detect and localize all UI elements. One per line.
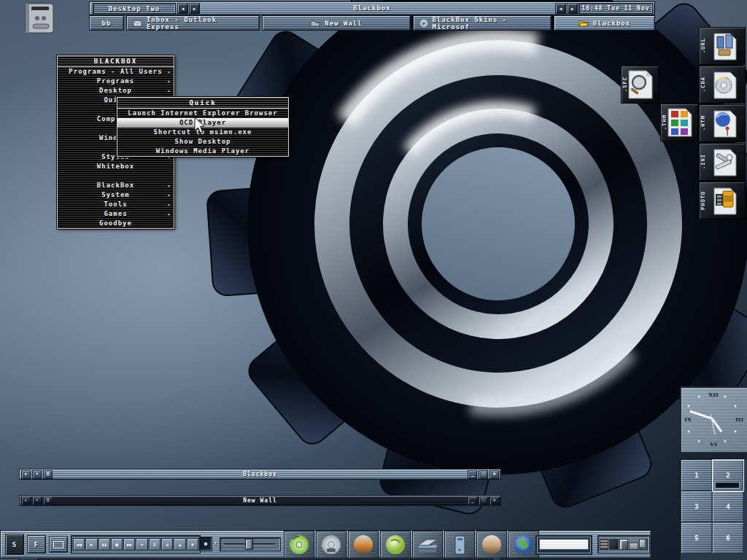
workspace-pager: 1 2 3 4 5 6 [679,458,747,560]
slider-thumb[interactable] [245,539,253,550]
playlist-button[interactable]: ≡ [149,538,160,551]
menu-item-show-desktop[interactable]: Show Desktop [117,137,288,147]
ie-icon: e [419,19,428,28]
dock-icon-photo[interactable]: PHOTO [699,182,746,219]
clock-next-arrow-icon[interactable]: ▶ [567,3,578,14]
lcd-display-frame [535,535,592,555]
display-tray-icon[interactable] [609,539,618,550]
window-title: Blackbox [243,471,277,478]
taskbar-button-bb-skins[interactable]: e BlackBox Skins - Microsof [413,15,551,31]
pause-button[interactable]: ▮▮ [98,538,110,551]
top-toolbar: Desktop Two ◀ ▶ Blackbox ◀ ▶ 16:48 Tue 1… [89,1,655,15]
taskbar-button-new-wall[interactable]: New Wall [262,15,411,31]
play-button[interactable]: ▶ [85,538,97,551]
sfc-file-icon[interactable]: .SFC [621,66,659,104]
numeral-iii: III [735,416,743,423]
maximize-button[interactable]: □ [479,470,488,479]
menu-item-tools[interactable]: Tools▸ [58,200,174,209]
gear-wallpaper-image [196,0,747,519]
film-canister-icon [708,185,740,216]
magnifier-icon [627,69,654,100]
style-menu-button[interactable]: S [5,534,24,555]
qcd-player-icon[interactable] [284,531,314,559]
pager-cell-3[interactable]: 3 [681,491,712,522]
pager-cell-1[interactable]: 1 [681,460,712,491]
menu-item-programs[interactable]: Programs▸ [58,77,174,86]
f-button[interactable]: F [27,535,46,553]
dock-icon-url[interactable]: .URL [699,27,746,65]
window-mode-button[interactable] [49,536,68,553]
my-computer-drive-icon[interactable] [20,2,58,34]
clock-display: 16:48 Tue 11 Nov [578,3,653,14]
tools-wrench-icon [708,147,740,177]
audio-cd-icon[interactable] [316,531,347,559]
lcd-display [539,539,589,550]
pager-cell-2-active[interactable]: 2 [713,460,743,491]
menu-item-system[interactable]: System▸ [58,190,174,200]
volume-down-button[interactable]: ▼ [187,538,198,551]
record-button[interactable]: ◎ [161,538,173,551]
maximize-button[interactable]: □ [479,497,488,505]
close-button[interactable]: × [489,470,499,479]
taskbar-button-bb[interactable]: bb [89,15,124,31]
folder-icon [310,19,320,27]
network-tray-icon[interactable] [639,539,648,550]
quick-submenu-title: Quick [117,98,288,109]
numeral-vi: VI [709,440,717,448]
window-rect-icon [53,541,63,548]
menu-item-whitebox[interactable]: Whitebox [58,162,174,171]
system-tray [597,535,650,553]
eject-button[interactable]: × [136,538,147,551]
minimize-button[interactable]: _ [468,470,477,479]
camera-tray-icon[interactable] [619,539,628,550]
theme-palette-file-icon[interactable]: .THM [660,104,698,141]
taskbar: bb Inbox - Outlook Express New Wall e Bl… [89,15,655,32]
root-menu-title: BLACKBOX [58,56,174,67]
taskbar-button-inbox[interactable]: Inbox - Outlook Express [126,15,260,31]
dock-icon-htm[interactable]: .HTM [699,104,746,142]
pager-cell-6[interactable]: 6 [713,523,743,553]
clock-widget[interactable]: XII III VI IX [680,386,747,454]
pager-window-thumb[interactable] [715,482,740,489]
file-dock: .URL .CDA .HTM .INI PHOTO [699,27,746,219]
bottom-toolbar: S F ◀◀ ▶ ▮▮ ■ ▶▶ × ≡ ◎ ▲ ▼ › [0,530,651,559]
volume-slider[interactable] [220,537,281,551]
menu-item-wmp[interactable]: Windows Media Player [117,147,288,156]
sand-sphere-icon[interactable] [476,531,507,559]
menu-item-goodbye[interactable]: Goodbye [58,219,174,228]
volume-up-button[interactable]: ▲ [174,538,185,551]
app-launcher-row [284,531,539,558]
ramp-tray-icon[interactable] [629,542,638,550]
menu-item-games[interactable]: Games▸ [58,209,174,219]
clock-prev-arrow-icon[interactable]: ◀ [555,3,566,14]
green-orb-icon[interactable] [380,531,411,559]
stop-button[interactable]: ■ [111,538,123,551]
numeral-ix: IX [684,416,692,423]
shaded-window-new-wall-titlebar[interactable]: ▸ ▾ ≡ New Wall _ □ × [19,495,501,506]
dock-icon-ini[interactable]: .INI [699,143,746,181]
menu-item-blackbox[interactable]: BlackBox▸ [58,181,174,190]
rewind-button[interactable]: ◀◀ [73,538,85,551]
film-strip-tray-icon[interactable] [600,539,608,550]
pc-tower-icon[interactable] [444,531,475,559]
fast-forward-button[interactable]: ▶▶ [123,538,135,551]
internet-globe-icon[interactable] [508,531,539,559]
window-title: New Wall [243,497,277,504]
picture-sphere-icon[interactable] [348,531,379,559]
clock-face: XII III VI IX [681,388,744,449]
menu-item-desktop[interactable]: Desktop▸ [58,86,174,96]
pager-cell-5[interactable]: 5 [681,523,712,553]
close-button[interactable]: × [489,497,499,505]
taskbar-button-blackbox[interactable]: Blackbox [554,15,655,31]
pager-cell-4[interactable]: 4 [713,491,743,522]
scanner-icon[interactable] [412,531,443,559]
url-towers-icon [708,31,740,61]
drive-icon [20,2,58,34]
menu-item-programs-all-users[interactable]: Programs - All Users▸ [58,67,174,77]
clock-text: 16:48 Tue 11 Nov [581,5,649,12]
minimize-button[interactable]: _ [468,497,477,505]
second-hand [711,414,715,435]
shaded-window-blackbox-titlebar[interactable]: ▸ ▾ ≡ Blackbox _ □ × [19,469,501,480]
hour-hand [712,419,721,432]
dock-icon-cda[interactable]: .CDA [699,66,746,104]
